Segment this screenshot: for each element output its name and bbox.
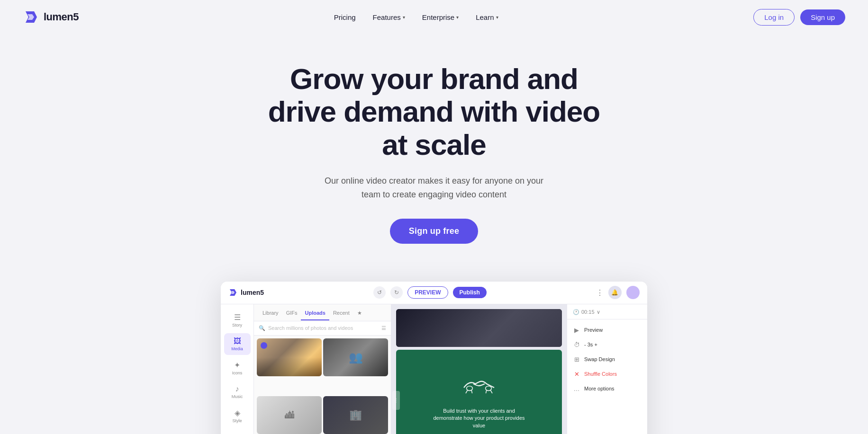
app-preview: lumen5 ↺ ↻ PREVIEW Publish ⋮ 🔔 ☰ Story 🖼… [221, 282, 647, 434]
sidebar-item-icons[interactable]: ✦ Icons [224, 357, 251, 379]
hero-section: Grow your brand and drive demand with vi… [0, 34, 868, 263]
logo[interactable]: lumen5 [23, 9, 79, 26]
nav-learn[interactable]: Learn ▾ [469, 9, 505, 25]
drag-handle[interactable]: ⋮ [392, 391, 400, 410]
app-publish-button[interactable]: Publish [453, 287, 487, 298]
media-thumb-building[interactable] [323, 396, 388, 434]
slide-text: Build trust with your clients and demons… [432, 407, 526, 429]
sidebar-item-style[interactable]: ◈ Style [224, 405, 251, 427]
right-panel-header: 🕐 00:15 ∨ [567, 309, 647, 319]
sidebar-item-media[interactable]: 🖼 Media [224, 333, 251, 355]
learn-chevron-icon: ▾ [496, 15, 498, 20]
chevron-icon: ∨ [597, 309, 600, 315]
hero-title: Grow your brand and drive demand with vi… [254, 62, 614, 161]
signup-button[interactable]: Sign up [800, 9, 845, 25]
nav-features[interactable]: Features ▾ [366, 9, 412, 25]
tab-uploads[interactable]: Uploads [301, 308, 329, 320]
sidebar-item-story[interactable]: ☰ Story [224, 309, 251, 331]
media-search-bar: 🔍 Search millions of photos and videos ☰ [254, 321, 391, 336]
notifications-icon[interactable]: 🔔 [608, 286, 622, 299]
media-icon: 🖼 [234, 337, 241, 345]
app-topbar-center: ↺ ↻ PREVIEW Publish [373, 286, 487, 299]
nav-pricing[interactable]: Pricing [327, 9, 362, 25]
redo-button[interactable]: ↻ [390, 286, 403, 299]
media-tabs: Library GIFs Uploads Recent ★ [254, 304, 391, 321]
nav-links: Pricing Features ▾ Enterprise ▾ Learn ▾ [327, 9, 505, 25]
clock-icon: 🕐 [573, 309, 579, 315]
grid-icon: ⊞ [573, 356, 580, 363]
timer-icon: ⏱ [573, 341, 580, 348]
undo-button[interactable]: ↺ [373, 286, 386, 299]
tab-library[interactable]: Library [259, 308, 282, 320]
action-more-options[interactable]: … More options [567, 382, 647, 396]
navbar: lumen5 Pricing Features ▾ Enterprise ▾ L… [0, 0, 868, 34]
right-panel-actions: ▶ Preview ⏱ - 3s + ⊞ Swap Design ✕ Shuff… [567, 319, 647, 399]
media-thumb-people[interactable] [323, 338, 388, 376]
icons-icon: ✦ [234, 361, 240, 370]
app-preview-button[interactable]: PREVIEW [407, 286, 448, 299]
app-body: ☰ Story 🖼 Media ✦ Icons ♪ Music ◈ Style [221, 304, 647, 434]
media-grid [254, 336, 391, 434]
logo-icon [23, 9, 40, 26]
canvas-area: ⋮ Build trust with your clients and demo… [391, 304, 567, 434]
tab-favorites[interactable]: ★ [353, 308, 366, 321]
media-panel: Library GIFs Uploads Recent ★ 🔍 Search m… [254, 304, 391, 434]
app-topbar: lumen5 ↺ ↻ PREVIEW Publish ⋮ 🔔 [221, 282, 647, 304]
x-icon: ✕ [573, 371, 580, 378]
story-icon: ☰ [234, 313, 241, 322]
app-logo: lumen5 [228, 288, 264, 297]
right-panel: 🕐 00:15 ∨ ▶ Preview ⏱ - 3s + ⊞ Swap Desi… [567, 304, 647, 434]
ellipsis-icon: … [573, 385, 580, 392]
filter-icon[interactable]: ☰ [381, 325, 386, 331]
canvas-thumbnail [396, 309, 562, 347]
action-shuffle-colors[interactable]: ✕ Shuffle Colors [567, 367, 647, 381]
hero-subtitle: Our online video creator makes it easy f… [320, 174, 548, 202]
enterprise-chevron-icon: ▾ [456, 15, 459, 20]
action-swap-design[interactable]: ⊞ Swap Design [567, 353, 647, 366]
play-icon: ▶ [573, 327, 580, 334]
tab-recent[interactable]: Recent [329, 308, 353, 320]
canvas-main-slide[interactable]: ⋮ Build trust with your clients and demo… [396, 350, 562, 434]
login-button[interactable]: Log in [753, 9, 795, 26]
action-duration[interactable]: ⏱ - 3s + [567, 338, 647, 352]
nav-actions: Log in Sign up [753, 9, 845, 26]
more-options-icon[interactable]: ⋮ [596, 288, 604, 297]
app-topbar-right: ⋮ 🔔 [596, 286, 640, 299]
media-thumb-city[interactable] [257, 338, 322, 376]
tab-gifs[interactable]: GIFs [282, 308, 301, 320]
action-preview[interactable]: ▶ Preview [567, 323, 647, 337]
media-thumb-crowd[interactable] [257, 396, 322, 434]
app-sidebar: ☰ Story 🖼 Media ✦ Icons ♪ Music ◈ Style [221, 304, 254, 434]
app-logo-icon [228, 288, 238, 297]
search-icon: 🔍 [259, 325, 265, 331]
nav-enterprise[interactable]: Enterprise ▾ [416, 9, 465, 25]
search-input[interactable]: Search millions of photos and videos [268, 325, 379, 331]
signup-free-button[interactable]: Sign up free [390, 219, 478, 244]
logo-text: lumen5 [44, 11, 79, 23]
music-icon: ♪ [235, 385, 239, 393]
sidebar-item-music[interactable]: ♪ Music [224, 381, 251, 403]
time-badge: 🕐 00:15 ∨ [573, 309, 600, 315]
selected-indicator [261, 342, 267, 349]
handshake-icon [460, 372, 498, 402]
features-chevron-icon: ▾ [403, 15, 405, 20]
style-icon: ◈ [235, 408, 240, 417]
user-avatar[interactable] [626, 286, 640, 299]
